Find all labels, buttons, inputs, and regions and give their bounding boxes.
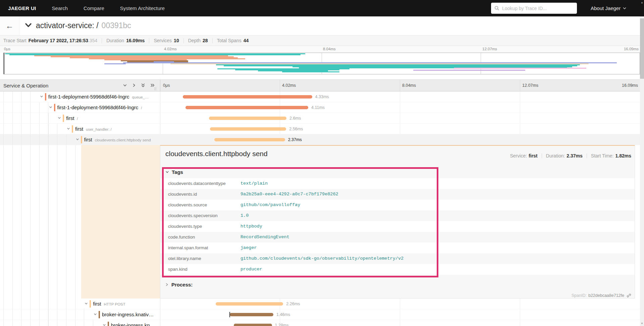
span-row[interactable]: first/2.6ms [0,113,644,124]
span-row[interactable]: firstHTTP POST2.26ms [0,299,644,309]
service-color-block [54,104,55,111]
meta-separator [587,153,587,158]
operation-name: user_handler: / [86,124,112,134]
page-scrollbar[interactable]: ▲ ▼ [640,0,644,326]
timeline-tick: 12.07ms [522,80,538,91]
indent-guides [3,102,48,113]
nav-item-compare[interactable]: Compare [84,5,104,11]
minimap-scrubber-handle[interactable] [4,53,4,74]
span-row[interactable]: firstuser_handler: /2.56ms [0,124,644,134]
row-collapse-chevron-icon[interactable] [103,324,106,326]
row-collapse-chevron-icon[interactable] [40,95,43,98]
operation-name: queue_… [132,92,149,102]
timeline-tick: 0μs [163,80,170,91]
span-bar[interactable] [185,106,308,109]
span-bar[interactable] [234,324,272,326]
span-row[interactable]: first-1-deployment-59968d6f46-lngrcqueue… [0,91,644,102]
service-name: first [75,124,83,134]
span-id-label: SpanID: [572,293,587,298]
summary-separator [149,38,149,43]
deep-link-icon[interactable] [627,293,631,298]
service-color-block [72,125,73,133]
span-row[interactable]: broker-ingress.kn…1.28ms [0,320,644,326]
timeline-minimap[interactable] [3,53,640,74]
row-collapse-chevron-icon[interactable] [94,313,97,316]
process-section-label: Process: [171,282,193,287]
tags-section-label: Tags [172,169,183,175]
summary-value: 44 [244,38,249,43]
tag-value: text/plain [240,178,268,189]
meta-value: 2.37ms [567,153,582,158]
span-duration-label: 2.6ms [289,113,301,124]
selected-span-indent-block [81,145,160,299]
tag-key: cloudevents.source [168,200,207,210]
meta-label: Service: [510,153,527,158]
service-color-block [63,115,64,122]
nav-item-search[interactable]: Search [52,5,68,11]
meta-value: 1.82ms [615,153,631,158]
trace-lookup-box[interactable] [491,3,577,14]
indent-guides [3,134,75,145]
span-bar[interactable] [210,127,286,131]
row-collapse-chevron-icon[interactable] [58,117,61,119]
summary-label: Services [154,38,172,43]
collapse-all-icon[interactable] [141,83,145,88]
expand-one-icon[interactable] [132,83,136,87]
span-name: firstuser_handler: / [75,124,112,134]
trace-lookup-input[interactable] [502,6,574,11]
scroll-up-arrow[interactable]: ▲ [640,1,644,4]
row-collapse-chevron-icon[interactable] [85,302,88,305]
span-name: firstHTTP POST [93,299,125,309]
service-color-block [90,300,91,308]
process-section-toggle[interactable]: Process: [165,282,193,287]
service-color-block [108,322,109,326]
scrollbar-thumb[interactable] [640,18,644,79]
service-name: first-1-deployment-59968d6f46-lngrc [48,91,129,102]
span-name: first-1-deployment-59968d6f46-lngrcqueue… [48,91,149,102]
top-nav-bar: JAEGER UI Search Compare System Architec… [0,0,644,16]
panel-resize-handle[interactable]: || [154,87,157,90]
tag-row: code.functionRecordSendingEvent [160,232,635,243]
span-duration-label: 2.56ms [289,124,303,134]
span-bar[interactable] [230,313,273,316]
timeline-tick: 4.02ms [282,80,296,91]
span-row[interactable]: broker-ingress.knativ…1.46ms [0,309,644,320]
span-rows-top: first-1-deployment-59968d6f46-lngrcqueue… [0,91,644,145]
tag-key: span.kind [168,264,187,275]
back-button[interactable]: ← [0,16,19,35]
tag-value: jaeger [240,243,257,253]
minimap-span [282,71,339,72]
summary-separator [212,38,213,43]
app-brand[interactable]: JAEGER UI [8,5,36,11]
span-duration-label: 1.28ms [275,320,289,326]
operation-name: HTTP POST [104,299,125,309]
span-name: firstcloudevents.client.httpbody send [84,134,151,145]
span-bar[interactable] [209,117,286,120]
nav-item-system-architecture[interactable]: System Architecture [120,5,165,11]
row-collapse-chevron-icon[interactable] [67,127,70,130]
span-row[interactable]: firstcloudevents.client.httpbody send2.3… [0,134,644,145]
operation-name: / [141,103,142,113]
collapse-one-icon[interactable] [123,83,127,87]
about-jaeger-menu[interactable]: About Jaeger [591,0,626,16]
trace-summary-bar: Trace StartFebruary 17 2022, 17:26:53.35… [0,36,644,46]
tags-section-toggle[interactable]: Tags [165,169,183,175]
span-bar[interactable] [216,302,283,306]
tag-row: cloudevents.specversion1.0 [160,210,635,221]
row-collapse-chevron-icon[interactable] [49,106,52,109]
span-row[interactable]: first-1-deployment-59968d6f46-lngrc/4.11… [0,102,644,113]
summary-label: Depth [188,38,201,43]
chevron-down-icon [165,171,169,174]
meta-separator [542,153,542,158]
summary-label: Trace Start [3,38,26,43]
span-name: broker-ingress.knativ… [102,309,154,320]
trace-collapse-chevron-icon[interactable] [25,23,32,29]
span-bar[interactable] [183,95,312,99]
indent-guides [3,309,93,320]
row-collapse-chevron-icon[interactable] [76,138,79,141]
timeline-gridline [280,80,280,91]
span-name: first-1-deployment-59968d6f46-lngrc/ [57,102,142,113]
scroll-down-arrow[interactable]: ▼ [640,322,644,325]
minimap-span [413,70,525,71]
span-bar[interactable] [214,138,285,141]
